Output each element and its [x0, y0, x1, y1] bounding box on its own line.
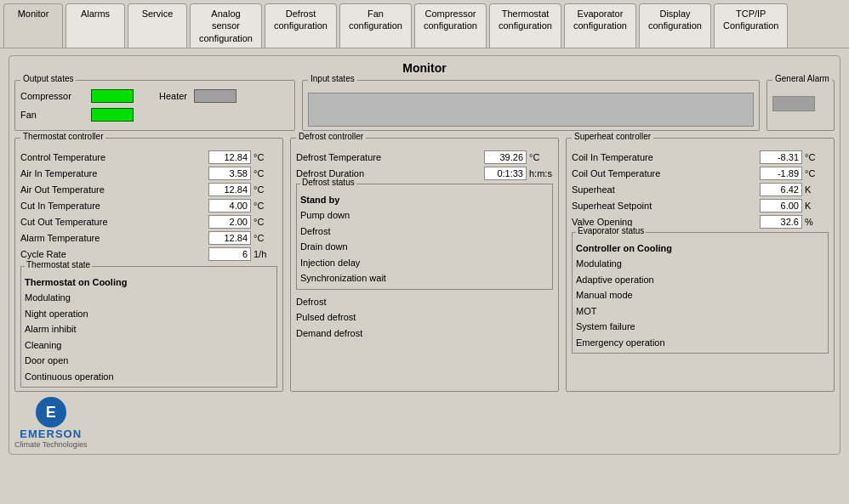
- output-states-label: Output states: [20, 74, 76, 83]
- thermostat-field-label: Control Temperature: [20, 152, 208, 162]
- input-states-inner: [308, 93, 754, 127]
- superheat-field-label: Superheat: [572, 184, 760, 195]
- thermostat-field-unit: °C: [254, 233, 277, 243]
- defrost-controller: Defrost controller Defrost Temperature 3…: [290, 138, 559, 393]
- thermostat-field-row: Cut Out Temperature 2.00 °C: [20, 215, 277, 229]
- thermostat-field-unit: °C: [254, 201, 277, 211]
- evap-status-title: Evaporator status: [576, 226, 646, 235]
- footer: E EMERSON Climate Technologies: [14, 397, 835, 449]
- evap-state-item: Manual mode: [576, 288, 824, 303]
- emerson-logo: E EMERSON Climate Technologies: [14, 397, 87, 449]
- thermostat-field-label: Alarm Temperature: [20, 233, 208, 243]
- tab-evaporator[interactable]: Evaporator configuration: [564, 3, 636, 48]
- superheat-field-unit: °C: [805, 152, 829, 162]
- heater-led: [194, 89, 236, 103]
- thermostat-field-label: Cut Out Temperature: [20, 217, 208, 227]
- defrost-state-item: Drain down: [300, 240, 549, 254]
- thermostat-field-unit: °C: [254, 184, 277, 195]
- evap-state-item: Emergency operation: [576, 336, 824, 350]
- superheat-field-label: Coil In Temperature: [572, 152, 760, 162]
- thermostat-state-item: Continuous operation: [25, 370, 273, 384]
- emerson-icon: E: [36, 397, 66, 428]
- defrost-status-box: Defrost status Stand byPump downDefrostD…: [296, 184, 553, 290]
- thermostat-field-value: 12.84: [208, 183, 251, 196]
- defrost-extra-state-item: Pulsed defrost: [296, 310, 553, 325]
- thermostat-field-row: Cycle Rate 6 1/h: [20, 247, 277, 261]
- thermostat-state-box: Thermostat state Thermostat on CoolingMo…: [20, 266, 277, 388]
- emerson-subtitle: Climate Technologies: [14, 440, 87, 449]
- thermostat-state-item: Modulating: [25, 291, 273, 305]
- evap-state-item: Modulating: [576, 257, 824, 271]
- thermostat-field-row: Cut In Temperature 4.00 °C: [20, 199, 277, 212]
- thermostat-field-label: Cycle Rate: [20, 249, 208, 259]
- defrost-state-item: Synchronization wait: [300, 271, 549, 286]
- superheat-field-row: Superheat Setpoint 6.00 K: [572, 199, 829, 212]
- thermostat-field-row: Air In Temperature 3.58 °C: [20, 167, 277, 180]
- tab-display[interactable]: Display configuration: [639, 3, 711, 48]
- tab-thermostat[interactable]: Thermostat configuration: [489, 3, 561, 48]
- tab-fan[interactable]: Fan configuration: [339, 3, 412, 48]
- compressor-led: [91, 89, 134, 103]
- input-states-box: Input states: [302, 80, 760, 131]
- input-states-label: Input states: [308, 74, 357, 83]
- defrost-field-value: 0:1:33: [484, 167, 527, 180]
- defrost-field-unit: h:m:s: [529, 168, 553, 178]
- superheat-field-value: -1.89: [760, 167, 802, 180]
- superheat-field-value: 32.6: [760, 215, 802, 229]
- heater-label: Heater: [140, 91, 187, 101]
- defrost-state-item: Pump down: [300, 208, 549, 223]
- thermostat-field-row: Control Temperature 12.84 °C: [20, 150, 277, 164]
- thermostat-state-item: Door open: [25, 354, 273, 368]
- tab-tcpip[interactable]: TCP/IP Configuration: [714, 3, 788, 48]
- tab-service[interactable]: Service: [128, 3, 187, 48]
- thermostat-field-value: 4.00: [208, 199, 251, 212]
- defrost-fields: Defrost Temperature 39.26 °C Defrost Dur…: [296, 150, 553, 180]
- tab-compressor[interactable]: Compressor configuration: [414, 3, 487, 48]
- defrost-extra-state-item: Demand defrost: [296, 326, 553, 341]
- defrost-state-item: Injection delay: [300, 256, 549, 270]
- monitor-panel: Monitor Output states Compressor Heater …: [9, 55, 840, 456]
- defrost-extra-states: DefrostPulsed defrostDemand defrost: [296, 295, 553, 341]
- thermostat-state-item: Alarm inhibit: [25, 322, 273, 337]
- superheat-field-unit: %: [805, 217, 829, 227]
- superheat-field-value: 6.42: [760, 183, 802, 196]
- superheat-field-label: Superheat Setpoint: [572, 201, 760, 211]
- main-content: Monitor Output states Compressor Heater …: [0, 48, 849, 504]
- thermostat-controller-title: Thermostat controller: [20, 132, 105, 141]
- tab-analog-sensor[interactable]: Analog sensor configuration: [190, 3, 262, 48]
- superheat-field-unit: °C: [805, 168, 829, 178]
- general-alarm-led: [772, 96, 815, 111]
- superheat-controller-title: Superheat controller: [572, 132, 653, 141]
- evap-status-box: Evaporator status Controller on CoolingM…: [572, 232, 829, 354]
- defrost-extra-state-item: Defrost: [296, 295, 553, 309]
- thermostat-field-label: Air In Temperature: [20, 168, 208, 178]
- tab-defrost[interactable]: Defrost configuration: [265, 3, 337, 48]
- defrost-field-value: 39.26: [484, 150, 527, 164]
- tab-alarms[interactable]: Alarms: [66, 3, 125, 48]
- compressor-label: Compressor: [20, 91, 84, 101]
- monitor-title: Monitor: [14, 61, 835, 75]
- defrost-state-item: Defrost: [300, 224, 549, 239]
- thermostat-field-value: 2.00: [208, 215, 251, 229]
- superheat-field-value: 6.00: [760, 199, 802, 212]
- defrost-state-item: Stand by: [300, 193, 549, 207]
- evap-state-item: System failure: [576, 320, 824, 334]
- thermostat-field-unit: °C: [254, 217, 277, 227]
- fan-label: Fan: [20, 110, 84, 120]
- thermostat-state-item: Night operation: [25, 307, 273, 321]
- tab-monitor[interactable]: Monitor: [3, 3, 63, 48]
- thermostat-field-row: Air Out Temperature 12.84 °C: [20, 183, 277, 196]
- thermostat-field-value: 3.58: [208, 167, 251, 180]
- superheat-field-unit: K: [805, 184, 829, 195]
- nav-bar: Monitor Alarms Service Analog sensor con…: [0, 0, 849, 48]
- superheat-field-row: Coil Out Temperature -1.89 °C: [572, 167, 829, 180]
- thermostat-field-row: Alarm Temperature 12.84 °C: [20, 231, 277, 245]
- defrost-status-title: Defrost status: [300, 178, 356, 187]
- superheat-field-value: -8.31: [760, 150, 802, 164]
- evap-state-item: Adaptive operation: [576, 273, 824, 287]
- defrost-field-row: Defrost Temperature 39.26 °C: [296, 150, 553, 164]
- evap-states: Controller on CoolingModulatingAdaptive …: [576, 241, 824, 350]
- evap-state-item: Controller on Cooling: [576, 241, 824, 256]
- defrost-field-unit: °C: [529, 152, 553, 162]
- output-states-box: Output states Compressor Heater Fan: [14, 80, 295, 131]
